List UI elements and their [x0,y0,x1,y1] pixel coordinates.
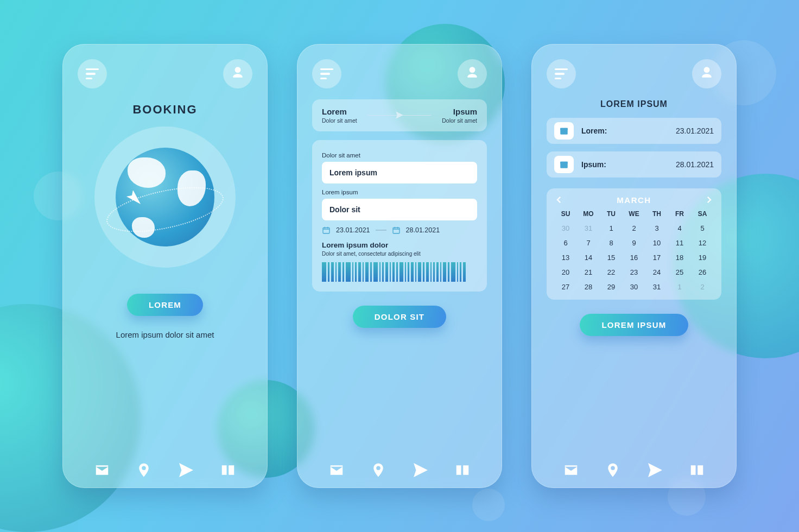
dow-label: TU [600,210,623,218]
date-from[interactable]: 23.01.2021 [336,226,370,234]
calendar-day[interactable]: 21 [577,268,600,276]
calendar-day[interactable]: 20 [554,268,577,276]
calendar-day[interactable]: 30 [623,283,645,291]
to-title: Ipsum [442,107,477,116]
calendar-day[interactable]: 1 [668,283,691,291]
calendar-day[interactable]: 4 [668,224,691,232]
field1-label: Dolor sit amet [322,152,477,159]
calendar-day[interactable]: 24 [645,268,668,276]
field1-input[interactable]: Lorem ipsum [322,162,477,183]
profile-button[interactable] [692,59,721,88]
calendar-day[interactable]: 28 [577,283,600,291]
primary-cta-button[interactable]: LOREM IPSUM [580,314,688,336]
plane-icon [395,110,404,120]
date-start-label: Lorem: [581,126,607,135]
nav-panels-icon[interactable] [689,462,705,478]
calendar-day[interactable]: 22 [600,268,623,276]
svg-rect-13 [562,165,563,166]
calendar-day[interactable]: 10 [645,239,668,247]
calendar-day[interactable]: 16 [623,254,645,262]
from-sub: Dolor sit amet [322,117,357,124]
calendar-icon [322,226,331,235]
calendar-icon [392,226,401,235]
profile-button[interactable] [223,59,252,88]
svg-rect-14 [563,165,565,166]
calendar-day[interactable]: 31 [577,224,600,232]
calendar-day[interactable]: 15 [600,254,623,262]
nav-location-icon[interactable] [605,462,621,478]
route-line [368,115,431,116]
form-card: Dolor sit amet Lorem ipsum Lorem ipsum D… [312,140,487,292]
field2-label: Lorem ipsum [322,189,477,195]
calendar-day[interactable]: 19 [691,254,714,262]
svg-rect-16 [691,465,696,475]
calendar-day[interactable]: 2 [691,283,714,291]
calendar-day[interactable]: 23 [623,268,645,276]
nav-plane-icon[interactable] [413,462,429,478]
calendar-day[interactable]: 9 [623,239,645,247]
bottom-nav [312,458,487,478]
nav-location-icon[interactable] [136,462,152,478]
route-card[interactable]: Lorem Dolor sit amet Ipsum Dolor sit ame… [312,99,487,131]
field2-input[interactable]: Dolor sit [322,199,477,220]
date-row-end[interactable]: Ipsum: 28.01.2021 [547,151,721,178]
route-to: Ipsum Dolor sit amet [442,107,477,124]
calendar-day[interactable]: 11 [668,239,691,247]
nav-location-icon[interactable] [370,462,386,478]
menu-button[interactable] [547,59,576,88]
nav-plane-icon[interactable] [647,462,663,478]
nav-plane-icon[interactable] [178,462,194,478]
dow-label: SU [554,210,577,218]
svg-rect-7 [560,128,568,130]
calendar-day[interactable]: 29 [600,283,623,291]
date-row-start[interactable]: Lorem: 23.01.2021 [547,118,721,144]
svg-rect-12 [560,162,568,164]
menu-icon [555,68,568,80]
calendar-day[interactable]: 3 [645,224,668,232]
calendar-grid: SUMOTUWETHFRSA30311234567891011121314151… [554,210,714,291]
calendar-day[interactable]: 7 [577,239,600,247]
calendar-icon [554,156,574,173]
calendar-day[interactable]: 1 [600,224,623,232]
calendar-day[interactable]: 25 [668,268,691,276]
globe-illustration [94,126,236,268]
calendar-day[interactable]: 13 [554,254,577,262]
calendar-day[interactable]: 17 [645,254,668,262]
primary-cta-button[interactable]: LOREM [127,294,203,316]
calendar-day[interactable]: 12 [691,239,714,247]
calendar-day[interactable]: 18 [668,254,691,262]
user-icon [465,66,479,82]
dow-label: WE [623,210,645,218]
summary-title: Lorem ipsum dolor [322,241,477,249]
calendar-day[interactable]: 2 [623,224,645,232]
route-from: Lorem Dolor sit amet [322,107,357,124]
page-title: BOOKING [78,103,252,117]
primary-cta-button[interactable]: DOLOR SIT [353,306,446,328]
calendar-day[interactable]: 8 [600,239,623,247]
calendar-day[interactable]: 6 [554,239,577,247]
svg-rect-4 [456,465,461,475]
menu-button[interactable] [312,59,341,88]
date-to[interactable]: 28.01.2021 [406,226,440,234]
nav-mail-icon[interactable] [328,462,345,478]
profile-button[interactable] [458,59,487,88]
topbar [547,59,721,88]
calendar-day[interactable]: 26 [691,268,714,276]
prev-month-button[interactable] [554,195,564,205]
calendar-day[interactable]: 5 [691,224,714,232]
calendar-day[interactable]: 31 [645,283,668,291]
nav-panels-icon[interactable] [454,462,471,478]
next-month-button[interactable] [704,195,714,205]
menu-button[interactable] [78,59,107,88]
calendar-day[interactable]: 14 [577,254,600,262]
date-end-value: 28.01.2021 [676,160,714,169]
svg-rect-9 [563,131,565,132]
menu-icon [86,68,99,80]
calendar-day[interactable]: 27 [554,283,577,291]
nav-mail-icon[interactable] [563,462,579,478]
screen-ticket: Lorem Dolor sit amet Ipsum Dolor sit ame… [297,44,502,488]
calendar-day[interactable]: 30 [554,224,577,232]
dow-label: SA [691,210,714,218]
nav-mail-icon[interactable] [94,462,110,478]
nav-panels-icon[interactable] [220,462,236,478]
